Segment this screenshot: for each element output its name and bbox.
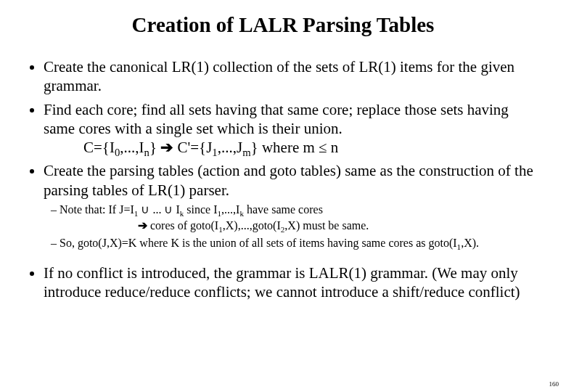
slide-title: Creation of LALR Parsing Tables bbox=[23, 13, 543, 37]
bullet-4: If no conflict is introduced, the gramma… bbox=[44, 264, 543, 302]
note-2: So, goto(J,X)=K where K is the union of … bbox=[51, 236, 543, 250]
bullet-3-text: Create the parsing tables (action and go… bbox=[44, 162, 533, 198]
bullet-list: Create the canonical LR(1) collection of… bbox=[23, 57, 543, 250]
note-1: Note that: If J=I1 ∪ ... ∪ Ik since I1,.… bbox=[51, 203, 543, 217]
bullet-2: Find each core; find all sets having tha… bbox=[44, 100, 543, 158]
bullet-2-equation: C={I0,...,In} ➔ C'={J1,...,Jm} where m ≤… bbox=[83, 138, 543, 157]
slide: Creation of LALR Parsing Tables Create t… bbox=[0, 0, 566, 392]
sub-bullet-list: Note that: If J=I1 ∪ ... ∪ Ik since I1,.… bbox=[51, 203, 543, 217]
arrow-icon: ➔ bbox=[138, 219, 147, 232]
bullet-3: Create the parsing tables (action and go… bbox=[44, 161, 543, 250]
arrow-icon: ➔ bbox=[160, 139, 173, 155]
bullet-1: Create the canonical LR(1) collection of… bbox=[44, 57, 543, 96]
sub-bullet-list-2: So, goto(J,X)=K where K is the union of … bbox=[51, 236, 543, 250]
bullet-2-text: Find each core; find all sets having tha… bbox=[44, 101, 509, 137]
note-1b: ➔ cores of goto(I1,X),...,goto(I2,X) mus… bbox=[138, 219, 543, 233]
bullet-list-2: If no conflict is introduced, the gramma… bbox=[23, 264, 543, 302]
page-number: 160 bbox=[549, 380, 559, 388]
